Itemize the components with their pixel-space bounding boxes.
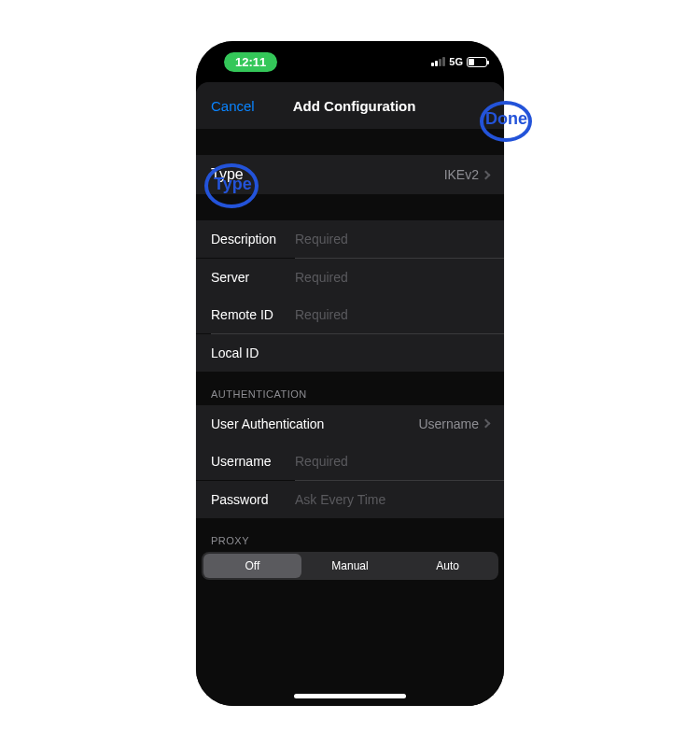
type-row[interactable]: Type IKEv2 xyxy=(196,155,504,194)
status-right: 5G xyxy=(431,56,487,67)
password-row[interactable]: Password xyxy=(196,481,504,518)
password-label: Password xyxy=(211,492,295,507)
proxy-segmented-control[interactable]: Off Manual Auto xyxy=(202,552,498,580)
password-input[interactable] xyxy=(295,492,489,507)
username-input[interactable] xyxy=(295,454,489,469)
phone-frame: 12:11 5G Cancel Add Configuration Done T… xyxy=(196,41,504,706)
status-time: 12:11 xyxy=(224,52,277,72)
description-input[interactable] xyxy=(295,232,489,247)
local-id-label: Local ID xyxy=(211,345,295,360)
username-row[interactable]: Username xyxy=(196,443,504,480)
local-id-row[interactable]: Local ID xyxy=(196,334,504,372)
page-title: Add Configuration xyxy=(293,98,416,114)
battery-icon xyxy=(467,57,487,67)
server-input[interactable] xyxy=(295,270,489,285)
server-row[interactable]: Server xyxy=(196,259,504,296)
navigation-bar: Cancel Add Configuration Done xyxy=(196,82,504,129)
proxy-header: PROXY xyxy=(196,518,504,552)
proxy-segment-off[interactable]: Off xyxy=(203,554,301,578)
remote-id-row[interactable]: Remote ID xyxy=(196,296,504,333)
proxy-segment-manual[interactable]: Manual xyxy=(301,554,399,578)
network-label: 5G xyxy=(449,56,463,67)
authentication-header: AUTHENTICATION xyxy=(196,372,504,405)
cancel-button[interactable]: Cancel xyxy=(211,98,255,114)
type-label: Type xyxy=(211,166,295,183)
modal-sheet: Cancel Add Configuration Done Type IKEv2… xyxy=(196,82,504,706)
description-row[interactable]: Description xyxy=(196,220,504,258)
chevron-right-icon xyxy=(482,419,491,429)
user-authentication-value: Username xyxy=(418,416,489,431)
cellular-signal-icon xyxy=(431,57,445,66)
user-authentication-row[interactable]: User Authentication Username xyxy=(196,405,504,443)
local-id-input[interactable] xyxy=(295,345,489,360)
type-value: IKEv2 xyxy=(444,167,489,182)
status-bar: 12:11 5G xyxy=(196,41,504,82)
server-label: Server xyxy=(211,270,295,285)
remote-id-input[interactable] xyxy=(295,307,489,322)
description-label: Description xyxy=(211,232,295,247)
home-indicator[interactable] xyxy=(294,694,406,698)
proxy-segment-auto[interactable]: Auto xyxy=(399,554,497,578)
form-content: Type IKEv2 Description Server xyxy=(196,129,504,706)
username-label: Username xyxy=(211,454,295,469)
remote-id-label: Remote ID xyxy=(211,307,295,322)
chevron-right-icon xyxy=(482,170,491,179)
user-authentication-label: User Authentication xyxy=(211,416,324,431)
